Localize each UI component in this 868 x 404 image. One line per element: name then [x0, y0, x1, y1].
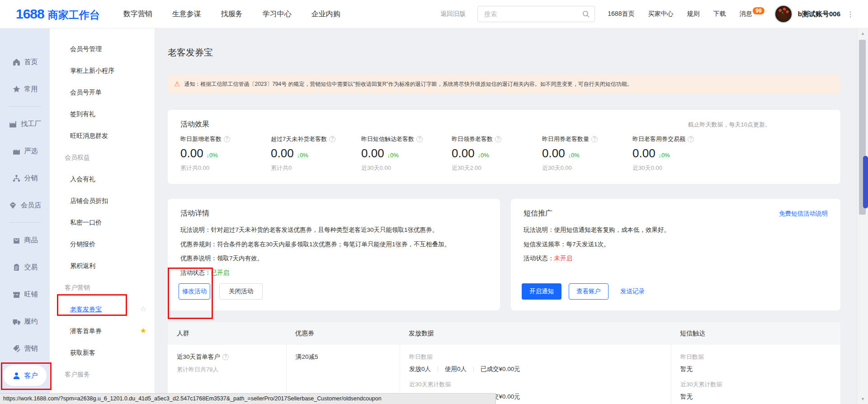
sidebar-divider: [9, 222, 41, 223]
notice-text: 通知：根据工信部工信管函〔2023〕794号 的规定，营销短信中需要以"拒收请回…: [184, 80, 632, 88]
menu-item-acquire-new-customers[interactable]: 获取新客: [50, 342, 155, 363]
help-icon[interactable]: ?: [591, 136, 598, 142]
sidebar-item-frequent[interactable]: 常用: [0, 75, 50, 103]
sms-play-instructions: 玩法说明：使用短信通知老客复购，成本低，效果好。: [524, 223, 828, 237]
search-input[interactable]: [484, 10, 582, 18]
header-crowd: 人群: [168, 329, 286, 338]
sidebar-item-home[interactable]: 首页: [0, 48, 50, 75]
top-menu-business-advisor[interactable]: 生意参谋: [172, 9, 201, 19]
free-sms-info-link[interactable]: 免费短信活动说明: [779, 210, 828, 218]
activity-detail-card: 活动详情 玩法说明：针对超过7天未补货的老客发送优惠券，且每种类型老客近30天只…: [168, 199, 500, 310]
sms-status-line: 活动状态：未开启: [524, 251, 828, 266]
help-icon[interactable]: ?: [688, 136, 694, 142]
storefront-icon: [12, 290, 21, 299]
menu-section-customer-service: 客户服务: [50, 363, 155, 385]
sms-promotion-title: 短信推广: [524, 209, 552, 218]
divider: [473, 366, 474, 372]
sidebar-item-shop[interactable]: 旺铺: [0, 281, 50, 308]
help-icon[interactable]: ?: [224, 136, 230, 142]
modify-activity-button[interactable]: 修改活动: [179, 283, 210, 300]
menu-item-checkin-gift[interactable]: 签到有礼: [50, 103, 155, 125]
search-icon[interactable]: [582, 10, 590, 18]
enable-notification-button[interactable]: 开启通知: [522, 283, 561, 300]
divider: [438, 366, 438, 372]
sidebar-item-trade[interactable]: 交易: [0, 254, 50, 281]
username[interactable]: b测试账号006: [798, 10, 840, 19]
close-activity-button[interactable]: 关闭活动: [219, 283, 263, 300]
sidebar-item-customer[interactable]: 客户: [0, 362, 50, 389]
search-box[interactable]: [477, 6, 595, 22]
favorite-star-filled-icon[interactable]: ★: [140, 320, 146, 342]
menu-item-member-account-mgmt[interactable]: 会员号管理: [50, 38, 155, 60]
menu-item-shopkeeper-mini-program[interactable]: 掌柜上新小程序: [50, 60, 155, 81]
main-content: 老客发券宝 ⚠ 通知：根据工信部工信管函〔2023〕794号 的规定，营销短信中…: [155, 28, 857, 404]
link-buyer-center[interactable]: 买家中心: [648, 10, 673, 18]
header-coupon: 优惠券: [286, 329, 400, 338]
top-menu-enterprise-purchase[interactable]: 企业内购: [311, 9, 340, 19]
menu-item-wangwang-broadcast[interactable]: 旺旺消息群发: [50, 125, 155, 146]
stat-new-old-customers: 昨日新增老客数? 0.00↓0% 累计共0.00: [180, 135, 271, 172]
top-menu-find-services[interactable]: 找服务: [221, 9, 243, 19]
warehouse-icon: [12, 147, 21, 155]
activity-status-line: 活动状态：已开启: [180, 266, 487, 280]
overflow-menu-icon[interactable]: ⋮: [847, 10, 854, 19]
help-icon[interactable]: ?: [416, 136, 423, 142]
stat-coupon-used: 昨日用券老客数量? 0.00↓0% 近30天0.00: [542, 135, 632, 172]
home-icon: [12, 58, 21, 66]
link-download[interactable]: 下载: [713, 10, 726, 18]
help-icon[interactable]: ?: [222, 354, 229, 360]
logo-number: 1688: [16, 6, 44, 22]
sidebar-item-strict-selection[interactable]: 严选: [0, 137, 50, 164]
warning-icon: ⚠: [174, 80, 180, 88]
sidebar-divider: [9, 106, 41, 107]
data-update-note: 截止昨天数据，每天10点更新。: [688, 121, 771, 129]
messages-link[interactable]: 消息 99: [739, 10, 764, 18]
menu-item-prospect-first-order-coupon[interactable]: 潜客首单券 ★: [50, 320, 155, 342]
top-menu-learning-center[interactable]: 学习中心: [263, 9, 292, 19]
menu-item-distribution-quote[interactable]: 分销报价: [50, 233, 155, 255]
sidebar-item-goods[interactable]: 商品: [0, 226, 50, 254]
top-menu: 数字营销 生意参谋 找服务 学习中心 企业内购: [123, 9, 340, 19]
quick-links: 1688首页 买家中心 规则 下载: [608, 10, 726, 18]
scroll-down-icon[interactable]: ▼: [857, 397, 868, 401]
sms-frequency: 短信发送频率：每7天发送1次。: [524, 237, 828, 252]
help-icon[interactable]: ?: [495, 136, 501, 142]
sidebar-item-fulfillment[interactable]: 履约: [0, 308, 50, 335]
stat-over-7day-no-restock: 超过7天未补货老客数? 0.00↓0% 累计共0: [271, 135, 361, 172]
header-sms-reach: 短信触达: [671, 329, 840, 338]
send-records-link[interactable]: 发送记录: [620, 287, 645, 296]
help-icon[interactable]: ?: [329, 136, 335, 142]
sidebar-item-distribution[interactable]: 分销: [0, 164, 50, 192]
network-icon: [12, 174, 21, 183]
menu-item-store-member-discount[interactable]: 店铺会员折扣: [50, 190, 155, 211]
menu-item-old-customer-coupon[interactable]: 老客发券宝 ☆: [50, 298, 155, 320]
menu-item-cumulative-rebate[interactable]: 累积返利: [50, 255, 155, 277]
diamond-icon: [9, 201, 17, 210]
sidebar-item-find-factory[interactable]: 找工厂: [0, 110, 50, 137]
inner-scrollbar-thumb[interactable]: [863, 156, 868, 208]
coupon-rules: 优惠券规则：符合条件的老客在30天内最多领取1次优惠券；每笔订单只能使用1张券，…: [180, 237, 487, 252]
back-to-old-version-link[interactable]: 返回旧版: [440, 10, 466, 18]
stat-sms-reached: 昨日短信触达老客数? 0.00↓0% 近30天0.00: [361, 135, 452, 172]
link-1688-home[interactable]: 1688首页: [608, 10, 634, 18]
menu-item-member-billing[interactable]: 会员号开单: [50, 81, 155, 103]
logo-1688[interactable]: 1688 商家工作台: [16, 6, 100, 22]
secondary-sidebar: 会员号管理 掌柜上新小程序 会员号开单 签到有礼 旺旺消息群发 会员权益 入会有…: [50, 28, 155, 404]
view-account-button[interactable]: 查看账户: [569, 283, 609, 300]
page-scrollbar[interactable]: ▲ ▼: [857, 28, 868, 404]
favorite-star-outline-icon[interactable]: ☆: [140, 298, 146, 320]
coupon-notes: 优惠券说明：领取7天内有效。: [180, 251, 487, 266]
tags-icon: [12, 344, 21, 353]
link-rules[interactable]: 规则: [687, 10, 699, 18]
menu-item-private-fixed-price[interactable]: 私密一口价: [50, 211, 155, 233]
avatar[interactable]: [774, 5, 793, 23]
scroll-up-icon[interactable]: ▲: [857, 31, 868, 36]
stats-row: 昨日新增老客数? 0.00↓0% 累计共0.00 超过7天未补货老客数? 0.0…: [180, 135, 829, 172]
sidebar-item-member-store[interactable]: 会员店: [0, 192, 50, 219]
stat-coupon-claimed: 昨日领券老客数? 0.00↓0% 近30天2.00: [452, 135, 542, 172]
cell-sms-reach: 昨日数据 暂无 近30天累计数据 暂无: [671, 345, 840, 404]
sidebar-item-marketing[interactable]: 营销: [0, 335, 50, 362]
menu-item-join-gift[interactable]: 入会有礼: [50, 168, 155, 190]
top-menu-digital-marketing[interactable]: 数字营销: [123, 9, 152, 19]
activity-detail-title: 活动详情: [180, 209, 209, 218]
